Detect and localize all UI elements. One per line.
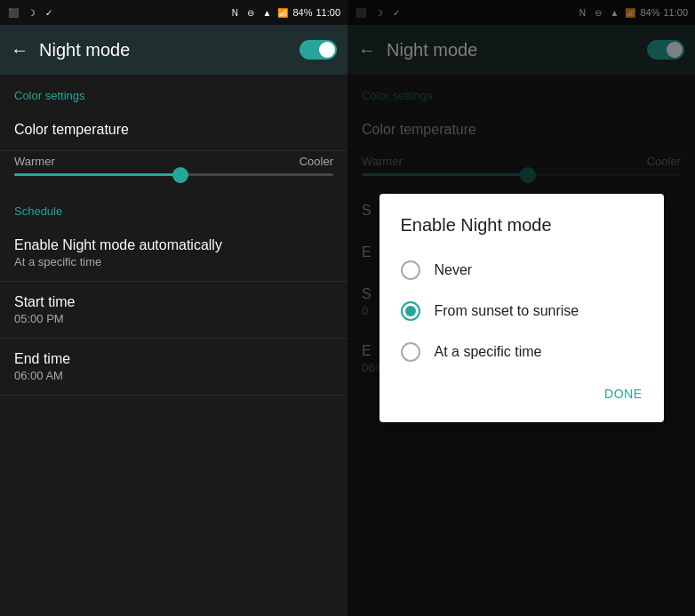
wifi-icon: ▲ [260, 6, 273, 19]
dialog-option-specific[interactable]: At a specific time [379, 332, 664, 372]
option-sunset-label: From sunset to sunrise [435, 303, 579, 319]
radio-specific[interactable] [401, 342, 420, 362]
enable-sub-left: At a specific time [14, 255, 333, 268]
right-panel: ⬛ ☽ ✓ N ⊖ ▲ 📶 84% 11:00 ← Night mode Col… [348, 0, 695, 616]
minus-icon: ⊖ [244, 6, 257, 19]
cooler-label-left: Cooler [300, 155, 333, 168]
end-time-row-left[interactable]: End time 06:00 AM [0, 339, 348, 396]
dialog-option-never[interactable]: Never [379, 250, 664, 291]
end-time-value-left: 06:00 AM [14, 369, 333, 382]
color-settings-header-left: Color settings [0, 75, 348, 109]
slider-fill-left [14, 173, 180, 176]
slider-thumb-left[interactable] [172, 167, 188, 183]
warmer-label-left: Warmer [14, 155, 55, 168]
radio-sunset[interactable] [401, 301, 420, 321]
enable-label-left: Enable Night mode automatically [14, 237, 333, 253]
moon-icon: ☽ [25, 6, 37, 19]
color-temp-label-left: Color temperature [14, 122, 333, 138]
dialog-option-sunset[interactable]: From sunset to sunrise [379, 291, 664, 332]
start-time-value-left: 05:00 PM [14, 312, 333, 325]
toggle-knob-left [319, 42, 335, 58]
page-title-left: Night mode [39, 40, 289, 60]
option-specific-label: At a specific time [435, 344, 542, 360]
start-time-row-left[interactable]: Start time 05:00 PM [0, 282, 348, 339]
camera-icon: ⬛ [7, 6, 20, 19]
dialog-title: Enable Night mode [379, 194, 664, 250]
color-temperature-row-left: Color temperature [0, 109, 348, 151]
radio-never[interactable] [401, 260, 420, 280]
dialog-actions: DONE [379, 372, 664, 422]
start-time-label-left: Start time [14, 294, 333, 310]
enable-night-mode-row-left[interactable]: Enable Night mode automatically At a spe… [0, 225, 348, 282]
done-button[interactable]: DONE [597, 380, 649, 408]
signal-icon: 📶 [276, 6, 289, 19]
enable-night-mode-dialog: Enable Night mode Never From sunset to s… [379, 194, 664, 422]
end-time-label-left: End time [14, 351, 333, 367]
dialog-overlay: Enable Night mode Never From sunset to s… [348, 0, 695, 616]
check-icon: ✓ [43, 6, 55, 19]
slider-track-left[interactable] [14, 173, 333, 176]
nfc-icon: N [228, 6, 241, 19]
left-panel: ⬛ ☽ ✓ N ⊖ ▲ 📶 84% 11:00 ← Night mode Col… [0, 0, 348, 616]
clock: 11:00 [316, 7, 340, 18]
radio-sunset-fill [405, 306, 416, 316]
back-button-left[interactable]: ← [11, 40, 28, 60]
status-bar-left: ⬛ ☽ ✓ N ⊖ ▲ 📶 84% 11:00 [0, 0, 348, 25]
schedule-header-left: Schedule [0, 190, 348, 225]
option-never-label: Never [435, 262, 473, 278]
toolbar-left: ← Night mode [0, 25, 348, 75]
slider-area-left: Warmer Cooler [0, 151, 348, 190]
battery-pct: 84% [292, 7, 312, 18]
night-mode-toggle-left[interactable] [300, 40, 337, 60]
content-left: Color settings Color temperature Warmer … [0, 75, 348, 616]
